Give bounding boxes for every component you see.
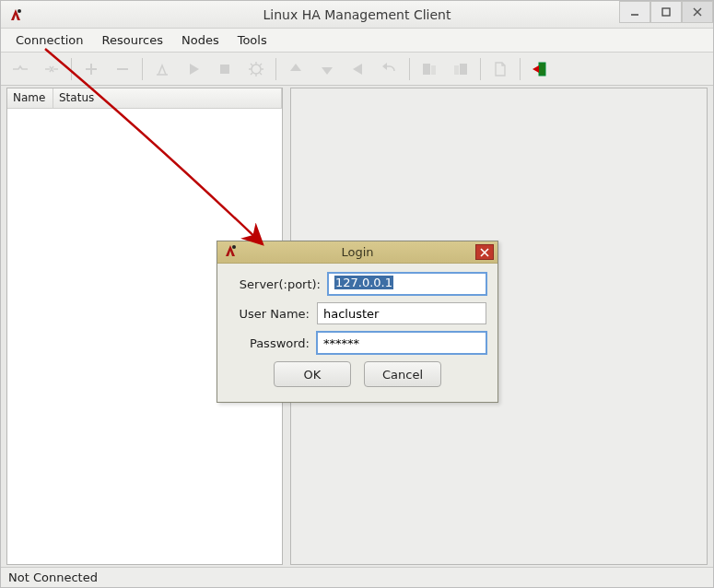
svg-rect-16 xyxy=(539,63,545,76)
ok-button[interactable]: OK xyxy=(274,361,351,387)
disconnect-icon[interactable] xyxy=(38,56,65,82)
start-icon[interactable] xyxy=(180,56,207,82)
menu-connection[interactable]: Connection xyxy=(6,29,93,51)
manage-icon[interactable] xyxy=(242,56,270,82)
svg-rect-15 xyxy=(454,65,459,75)
toolbar-separator xyxy=(71,58,72,80)
login-dialog: Login Server(:port): 127.0.0.1 User Name… xyxy=(217,241,498,403)
shadow-right-icon[interactable] xyxy=(447,56,474,82)
exit-icon[interactable] xyxy=(526,56,554,82)
minimize-button[interactable] xyxy=(619,1,650,23)
password-input[interactable] xyxy=(317,332,486,354)
svg-marker-18 xyxy=(533,65,539,73)
svg-rect-6 xyxy=(220,65,229,74)
server-label: Server(:port): xyxy=(228,277,328,291)
svg-rect-12 xyxy=(423,64,430,75)
status-text: Not Connected xyxy=(8,570,98,584)
cleanup-icon[interactable] xyxy=(148,56,176,82)
window-titlebar: Linux HA Management Client xyxy=(1,1,713,29)
menu-nodes[interactable]: Nodes xyxy=(172,29,228,51)
menubar: Connection Resources Nodes Tools xyxy=(1,29,713,53)
connect-icon[interactable] xyxy=(6,56,34,82)
toolbar-separator xyxy=(520,58,521,80)
remove-icon[interactable] xyxy=(109,56,136,82)
svg-point-0 xyxy=(18,9,21,13)
menu-resources[interactable]: Resources xyxy=(93,29,172,51)
menu-tools[interactable]: Tools xyxy=(228,29,276,51)
tree-header: Name Status xyxy=(7,88,282,109)
svg-rect-13 xyxy=(431,65,436,75)
svg-rect-14 xyxy=(460,64,467,75)
app-icon xyxy=(8,7,23,22)
svg-marker-10 xyxy=(353,64,362,75)
back-icon[interactable] xyxy=(345,56,372,82)
window-title: Linux HA Management Client xyxy=(1,7,713,22)
username-label: User Name: xyxy=(228,307,317,321)
dialog-titlebar[interactable]: Login xyxy=(217,241,497,264)
add-icon[interactable] xyxy=(77,56,105,82)
toolbar-separator xyxy=(142,58,143,80)
up-icon[interactable] xyxy=(282,56,310,82)
document-icon[interactable] xyxy=(486,56,514,82)
server-input[interactable]: 127.0.0.1 xyxy=(328,273,486,295)
shadow-left-icon[interactable] xyxy=(416,56,443,82)
toolbar-separator xyxy=(480,58,481,80)
tree-column-name[interactable]: Name xyxy=(7,88,53,108)
toolbar-separator xyxy=(275,58,276,80)
username-input[interactable] xyxy=(317,302,486,324)
password-label: Password: xyxy=(228,336,317,350)
close-button[interactable] xyxy=(682,1,713,23)
undo-icon[interactable] xyxy=(376,56,404,82)
dialog-title: Login xyxy=(217,245,497,259)
stop-icon[interactable] xyxy=(211,56,239,82)
statusbar: Not Connected xyxy=(1,567,713,587)
down-icon[interactable] xyxy=(313,56,341,82)
svg-marker-9 xyxy=(322,67,333,75)
cancel-button[interactable]: Cancel xyxy=(364,361,441,387)
svg-rect-2 xyxy=(662,8,670,16)
svg-marker-11 xyxy=(382,63,387,70)
dialog-close-button[interactable] xyxy=(475,244,494,260)
maximize-button[interactable] xyxy=(650,1,682,23)
toolbar xyxy=(1,53,713,86)
svg-marker-5 xyxy=(190,64,199,75)
svg-point-7 xyxy=(252,65,261,74)
toolbar-separator xyxy=(409,58,410,80)
tree-column-status[interactable]: Status xyxy=(53,88,282,108)
svg-marker-8 xyxy=(290,64,301,71)
